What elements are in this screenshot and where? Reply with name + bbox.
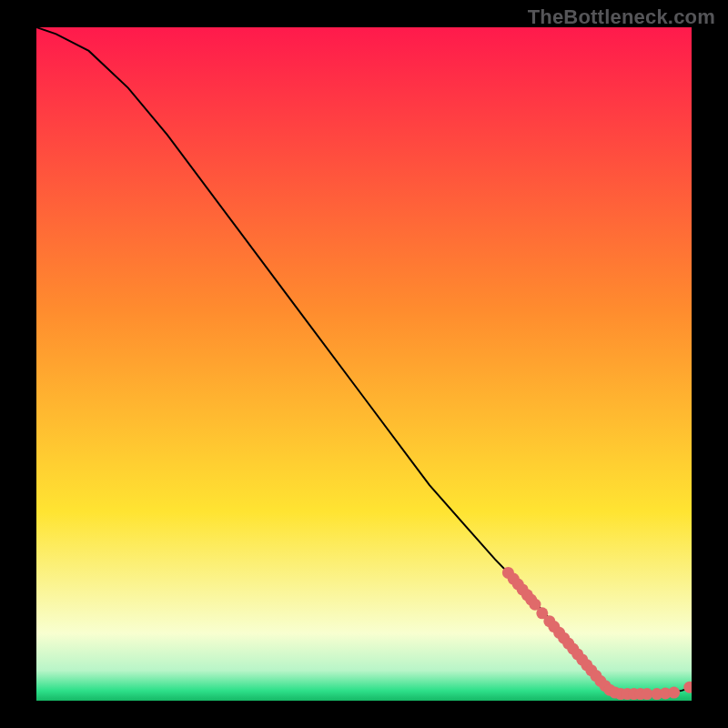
gradient-background [36, 27, 692, 701]
plot-area [36, 27, 692, 701]
chart-frame: TheBottleneck.com [0, 0, 728, 728]
watermark-text: TheBottleneck.com [528, 5, 715, 29]
chart-svg [36, 27, 692, 701]
data-marker [668, 687, 680, 699]
